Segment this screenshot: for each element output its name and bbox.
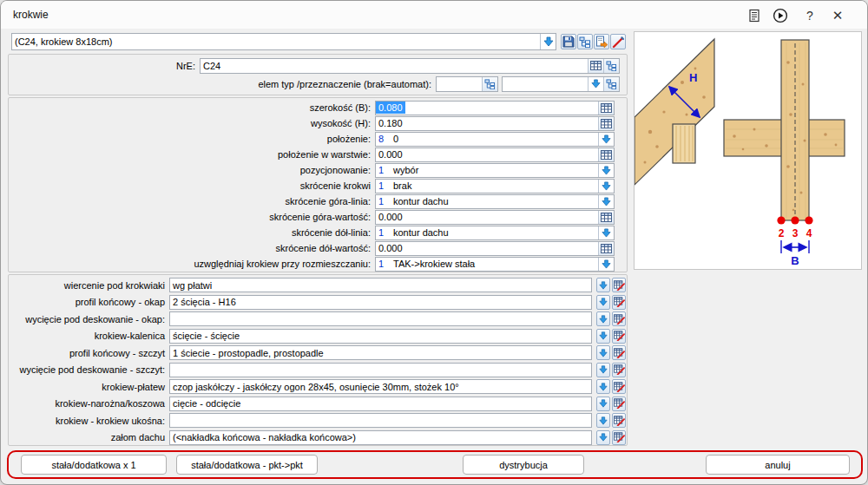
dropdown-arrow-icon[interactable] (596, 295, 610, 310)
close-button[interactable]: ✕ (829, 7, 846, 24)
wiercenie-input[interactable]: wg płatwi (169, 278, 592, 292)
element-id-group: NrE: C24 elem typ /przeznaczenie (brak=a… (8, 54, 628, 95)
rafter-vertical (781, 40, 809, 220)
red-pencil-icon[interactable] (610, 34, 626, 49)
detail-label: profil końcowy - okap (10, 297, 169, 307)
calculator-icon[interactable] (598, 117, 614, 130)
dropdown-arrow-icon[interactable] (596, 430, 610, 445)
wyciecie-szczyt-input[interactable] (169, 363, 592, 377)
dropdown-arrow-icon[interactable] (598, 164, 614, 177)
detail-row-platew: krokiew-płatew czop jaskółczy - jaskółcz… (9, 378, 627, 396)
edit-table-icon[interactable] (612, 413, 626, 428)
dropdown-arrow-icon[interactable] (596, 329, 610, 344)
export-icon[interactable] (594, 34, 609, 49)
calculator-icon[interactable] (588, 59, 603, 73)
przeznaczenie-input[interactable] (502, 76, 620, 92)
narozna-input[interactable]: cięcie - odcięcie (169, 397, 592, 411)
param-label: położenie w warstwie: (10, 149, 375, 160)
edit-table-icon[interactable] (612, 397, 626, 411)
dropdown-arrow-icon[interactable] (540, 34, 556, 49)
detail-row-zalom: załom dachu (<nakładka końcowa - nakładk… (9, 429, 627, 447)
profil-szczyt-input[interactable]: 1 ściecie - prostopadle, prostopadle (169, 345, 592, 360)
dropdown-arrow-icon[interactable] (596, 311, 610, 326)
nre-input[interactable]: C24 (200, 58, 620, 74)
param-label: skrócenie góra-linia: (10, 196, 375, 206)
help-button[interactable]: ? (801, 7, 819, 24)
anuluj-button[interactable]: anuluj (706, 455, 850, 475)
polozenie-combobox[interactable]: 8 0 (375, 132, 615, 147)
calculator-icon[interactable] (598, 148, 614, 161)
dropdown-arrow-icon[interactable] (598, 195, 614, 208)
uwzgledniaj-combobox[interactable]: 1 TAK->krokiew stała (375, 257, 615, 272)
dropdown-arrow-icon[interactable] (598, 133, 614, 146)
detail-label: krokiew-płatew (10, 382, 169, 392)
layer-position-input[interactable]: 0.000 (375, 147, 615, 162)
pozycjonowanie-combobox[interactable]: 1 wybór (375, 163, 615, 178)
titlebar: krokwie ? ✕ (1, 1, 867, 29)
edit-table-icon[interactable] (612, 295, 626, 310)
stala-dodatkowa-pkt-pkt-button[interactable]: stała/dodatkowa - pkt->pkt (176, 455, 318, 475)
dropdown-arrow-icon[interactable] (588, 77, 603, 91)
edit-table-icon[interactable] (612, 345, 626, 360)
dol-linia-combobox[interactable]: 1 kontur dachu (375, 226, 615, 240)
param-row-pozycjonowanie: pozycjonowanie: 1 wybór (9, 162, 627, 178)
detail-row-profil-szczyt: profil końcowy - szczyt 1 ściecie - pros… (9, 344, 627, 362)
dol-wartosc-input[interactable]: 0.000 (375, 241, 615, 256)
dropdown-arrow-icon[interactable] (598, 258, 614, 271)
gora-linia-combobox[interactable]: 1 kontur dachu (375, 194, 615, 209)
dropdown-arrow-icon[interactable] (596, 278, 610, 292)
detail-label: wiercenie pod krokwiaki (10, 280, 169, 291)
tree-select-icon[interactable] (603, 59, 619, 73)
edit-table-icon[interactable] (612, 363, 626, 377)
ukosna-input[interactable] (169, 413, 592, 428)
zalom-input[interactable]: (<nakładka końcowa - nakładka końcowa>) (169, 430, 592, 445)
param-row-skrocenie-krokwi: skrócenie krokwi 1 brak (9, 178, 627, 193)
detail-label: wycięcie pod deskowanie - okap: (10, 314, 169, 324)
edit-table-icon[interactable] (612, 278, 626, 292)
detail-row-ukosna: krokiew - krokiew ukośna: (9, 412, 627, 429)
wyciecie-okap-input[interactable] (169, 311, 592, 326)
edit-table-icon[interactable] (612, 379, 626, 394)
param-row-wysokosc: wysokość (H): 0.180 (9, 115, 627, 131)
dystrybucja-button[interactable]: dystrybucja (463, 455, 584, 475)
tree-select-icon[interactable] (603, 77, 619, 91)
calculator-icon[interactable] (598, 242, 614, 255)
dialog-window: krokwie ? ✕ (C24, krokiew 8x18cm) (0, 0, 868, 485)
edit-table-icon[interactable] (612, 430, 626, 445)
profil-okap-input[interactable]: 2 ścięcia - H16 (169, 295, 592, 310)
dropdown-arrow-icon[interactable] (598, 180, 614, 193)
edit-table-icon[interactable] (612, 311, 626, 326)
edit-table-icon[interactable] (612, 329, 626, 344)
calculator-icon[interactable] (598, 211, 614, 224)
save-icon[interactable] (561, 34, 576, 49)
gora-wartosc-input[interactable]: 0.000 (375, 210, 615, 225)
dropdown-arrow-icon[interactable] (598, 226, 614, 239)
b-dimension: B (781, 240, 809, 267)
notes-icon[interactable] (746, 7, 763, 24)
detail-row-kalenica: krokiew-kalenica ścięcie - ścięcie (9, 328, 627, 345)
skrocenie-krokwi-combobox[interactable]: 1 brak (375, 179, 615, 193)
dropdown-arrow-icon[interactable] (596, 397, 610, 411)
param-row-gora-linia: skrócenie góra-linia: 1 kontur dachu (9, 193, 627, 209)
elem-typ-input[interactable] (436, 76, 498, 92)
dropdown-arrow-icon[interactable] (596, 363, 610, 377)
svg-text:2: 2 (779, 227, 785, 239)
catalog-tree-icon[interactable] (577, 34, 593, 49)
detail-label: krokiew-narożna/koszowa (10, 398, 169, 409)
joinery-group: wiercenie pod krokwiaki wg płatwi profil… (8, 274, 628, 446)
dropdown-arrow-icon[interactable] (596, 345, 610, 360)
height-input[interactable]: 0.180 (375, 116, 615, 131)
kalenica-input[interactable]: ścięcie - ścięcie (169, 329, 592, 344)
param-row-polozenie-w-warstwie: położenie w warstwie: 0.000 (9, 147, 627, 162)
param-label: skrócenie dół-wartość: (10, 243, 375, 253)
calculator-icon[interactable] (598, 102, 614, 115)
tree-select-icon[interactable] (482, 77, 497, 91)
preset-combobox[interactable]: (C24, krokiew 8x18cm) (11, 33, 556, 50)
dropdown-arrow-icon[interactable] (596, 379, 610, 394)
run-icon[interactable] (772, 7, 789, 24)
stala-dodatkowa-x1-button[interactable]: stała/dodatkowa x 1 (21, 455, 167, 475)
platew-input[interactable]: czop jaskółczy - jaskółczy ogon 28x45, o… (169, 379, 592, 394)
width-input[interactable]: 0.080 (375, 101, 615, 115)
dropdown-arrow-icon[interactable] (596, 413, 610, 428)
preview-illustration: H (635, 32, 861, 269)
